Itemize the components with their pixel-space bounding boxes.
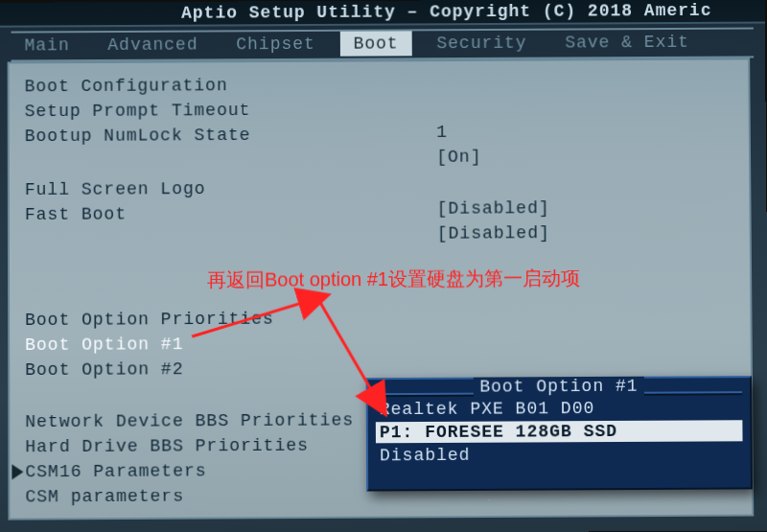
popup-option-2[interactable]: Disabled	[376, 443, 743, 466]
tab-security[interactable]: Security	[423, 31, 540, 57]
annotation-text: 再返回Boot option #1设置硬盘为第一启动项	[207, 266, 580, 293]
boot-option-2-label: Boot Option #2	[25, 359, 183, 380]
menu-bar: Main Advanced Chipset Boot Security Save…	[12, 28, 755, 62]
popup-title: Boot Option #1	[368, 376, 751, 401]
bios-screen: Aptio Setup Utility – Copyright (C) 2018…	[0, 0, 767, 532]
numlock-label: Bootup NumLock State	[25, 126, 251, 146]
title-bar: Aptio Setup Utility – Copyright (C) 2018…	[0, 0, 765, 28]
section-heading: Boot Configuration	[25, 73, 753, 96]
tab-advanced[interactable]: Advanced	[94, 32, 211, 58]
tab-main[interactable]: Main	[12, 33, 83, 58]
fullscreen-logo-label: Full Screen Logo	[25, 179, 206, 199]
priorities-heading: Boot Option Priorities	[25, 307, 754, 330]
fastboot-label: Fast Boot	[25, 204, 127, 224]
fastboot-value: [Disabled]	[437, 223, 550, 243]
setup-prompt-row[interactable]: Setup Prompt Timeout 1	[25, 98, 753, 121]
popup-option-1[interactable]: P1: FORESEE 128GB SSD	[376, 420, 743, 443]
numlock-row[interactable]: Bootup NumLock State [On]	[25, 123, 753, 146]
tab-chipset[interactable]: Chipset	[222, 32, 329, 57]
boot-option-1-row[interactable]: Boot Option #1	[25, 332, 755, 355]
boot-option-popup: Boot Option #1 Realtek PXE B01 D00 P1: F…	[366, 376, 753, 491]
numlock-value: [On]	[436, 148, 481, 167]
tab-boot[interactable]: Boot	[340, 31, 412, 56]
boot-option-1-label: Boot Option #1	[25, 335, 183, 355]
cursor-icon	[12, 464, 23, 479]
setup-prompt-label: Setup Prompt Timeout	[25, 101, 251, 121]
fullscreen-logo-row[interactable]: Full Screen Logo [Disabled]	[25, 176, 754, 199]
utility-title: Aptio Setup Utility – Copyright (C) 2018…	[181, 1, 712, 23]
tab-save-exit[interactable]: Save & Exit	[551, 30, 703, 56]
fastboot-row[interactable]: Fast Boot [Disabled]	[25, 201, 754, 224]
